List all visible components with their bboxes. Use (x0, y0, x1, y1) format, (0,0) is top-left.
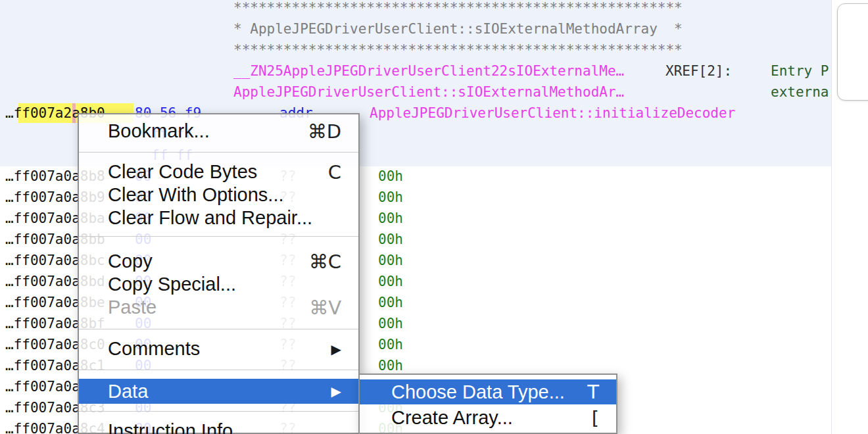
menu-item-label: Clear Code Bytes (108, 161, 257, 183)
submenu-item-create-array[interactable]: Create Array... [ (360, 406, 616, 429)
data-submenu: Choose Data Type... T Create Array... [ (358, 374, 617, 434)
scrollbar-thumb[interactable] (837, 3, 868, 101)
menu-item-clear-with-options[interactable]: Clear With Options... (79, 183, 358, 206)
xref-ref[interactable]: Entry P (771, 60, 829, 82)
comment-border: ****************************************… (233, 0, 683, 18)
menu-item-label: Data (108, 381, 148, 402)
value-field[interactable]: 00h (378, 250, 403, 271)
menu-item-bookmark[interactable]: Bookmark... ⌘D (79, 120, 358, 143)
value-field[interactable]: 00h (378, 292, 403, 313)
shortcut-label: [ (592, 407, 599, 429)
menu-item-instruction-info[interactable]: Instruction Info... (79, 420, 358, 434)
menu-item-label: Bookmark... (108, 120, 210, 142)
menu-item-label: Create Array... (391, 407, 513, 429)
menu-item-label: Clear Flow and Repair... (108, 207, 312, 229)
mangled-symbol-label[interactable]: __ZN25AppleJPEGDriverUserClient22sIOExte… (233, 60, 624, 82)
operand-symbol[interactable]: AppleJPEGDriverUserClient::initializeDec… (370, 103, 735, 124)
xref-label: XREF[2]: (665, 60, 732, 82)
shortcut-label: C (328, 161, 341, 183)
menu-item-label: Instruction Info... (108, 420, 249, 434)
menu-separator (79, 152, 358, 153)
menu-item-copy-special[interactable]: Copy Special... (79, 273, 358, 296)
value-field[interactable]: 00h (378, 229, 403, 250)
demangled-symbol-label[interactable]: AppleJPEGDriverUserClient::sIOExternalMe… (233, 82, 624, 103)
menu-separator (79, 329, 358, 329)
value-field[interactable]: 00h (378, 334, 403, 355)
symbol-demangled-line: AppleJPEGDriverUserClient::sIOExternalMe… (0, 82, 868, 103)
value-field[interactable]: 00h (378, 208, 403, 229)
menu-item-clear-code-bytes[interactable]: Clear Code Bytes C (79, 160, 358, 183)
comment-border-line: ****************************************… (0, 0, 868, 18)
ghidra-listing-window: ****************************************… (0, 0, 868, 434)
shortcut-label: ⌘V (309, 297, 341, 319)
menu-item-label: Choose Data Type... (391, 381, 565, 403)
menu-separator (79, 370, 358, 370)
comment-title: * AppleJPEGDriverUserClient::sIOExternal… (233, 18, 683, 39)
comment-border: ****************************************… (233, 39, 683, 60)
comment-title-line: * AppleJPEGDriverUserClient::sIOExternal… (0, 18, 868, 39)
menu-item-clear-flow-and-repair[interactable]: Clear Flow and Repair... (79, 206, 358, 229)
menu-item-data[interactable]: Data ▶ (79, 379, 358, 404)
menu-item-comments[interactable]: Comments ▶ (79, 337, 358, 360)
menu-item-copy[interactable]: Copy ⌘C (79, 250, 358, 273)
menu-item-paste: Paste ⌘V (79, 296, 358, 319)
comment-border-line: ****************************************… (0, 39, 868, 60)
value-field[interactable]: 00h (378, 313, 403, 334)
submenu-arrow-icon: ▶ (331, 383, 341, 399)
xref-ref[interactable]: externa (771, 82, 829, 103)
submenu-item-choose-data-type[interactable]: Choose Data Type... T (360, 379, 616, 404)
shortcut-label: ⌘D (308, 120, 341, 143)
value-field[interactable]: 00h (378, 187, 403, 208)
symbol-mangled-line: __ZN25AppleJPEGDriverUserClient22sIOExte… (0, 60, 868, 82)
context-menu: Bookmark... ⌘D Clear Code Bytes C Clear … (78, 113, 360, 434)
shortcut-label: T (587, 381, 599, 403)
value-field[interactable]: 00h (378, 166, 403, 187)
value-field[interactable]: 00h (378, 271, 403, 292)
menu-item-label: Copy Special... (108, 274, 236, 295)
menu-item-label: Comments (108, 338, 200, 360)
menu-separator (79, 236, 358, 237)
menu-item-label: Copy (108, 251, 153, 272)
menu-item-label: Paste (108, 297, 157, 318)
submenu-arrow-icon: ▶ (331, 341, 341, 357)
scrollbar-track[interactable] (831, 0, 868, 434)
shortcut-label: ⌘C (309, 251, 341, 273)
menu-separator (79, 411, 358, 412)
menu-item-label: Clear With Options... (108, 184, 284, 206)
